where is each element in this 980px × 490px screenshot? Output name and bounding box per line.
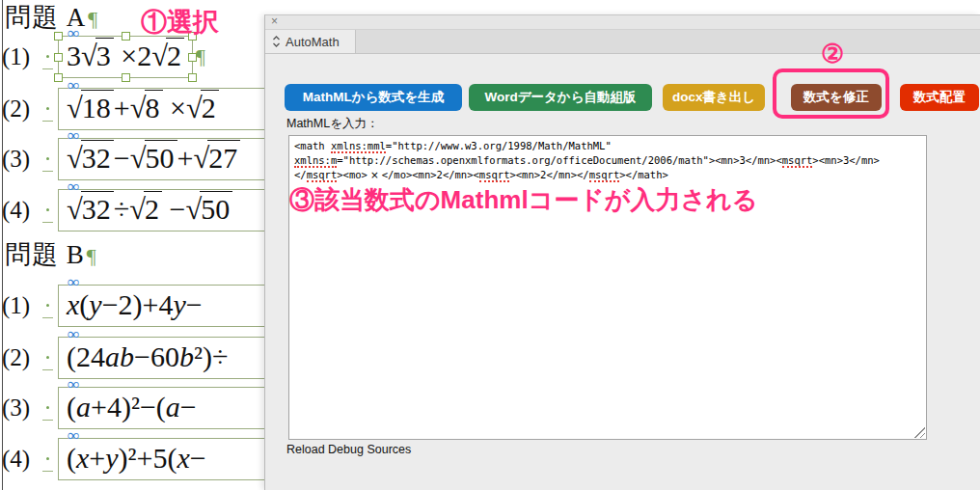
item-number: (3) [2, 146, 42, 173]
selection-handle[interactable] [188, 32, 197, 41]
equation-text: √32÷√2 −√50 [67, 193, 232, 227]
chain-link-icon: ∞ [68, 378, 79, 392]
pilcrow-mark: ¶ [87, 244, 97, 268]
mathml-input-label: MathMLを入力： [286, 116, 378, 132]
mathml-code-line: xmlns:m="http://schemas.openxmlformats.o… [294, 153, 921, 168]
chain-link-icon: ∞ [68, 429, 79, 443]
chain-link-icon: ∞ [68, 79, 79, 93]
screenshot-root: 問題 A¶(1)∞3√3 ×2√2¶(2)∞√18+√8 ×√2(3)∞√32−… [0, 0, 980, 490]
item-number: (2) [2, 95, 42, 122]
fix-equation-button[interactable]: 数式を修正 [791, 84, 882, 111]
equation-text: √32−√50+√27 [67, 142, 240, 176]
chain-link-icon: ∞ [68, 27, 79, 41]
space-mark [42, 95, 55, 123]
space-mark [42, 196, 55, 225]
reload-debug-sources-link[interactable]: Reload Debug Sources [286, 443, 411, 456]
equation-object[interactable]: ∞3√3 ×2√2 [58, 36, 193, 78]
selection-handle[interactable] [54, 32, 63, 41]
tab-automath[interactable]: AutoMath [265, 30, 356, 53]
tab-label: AutoMath [286, 35, 340, 49]
chain-link-icon: ∞ [68, 129, 79, 143]
equation-text: 3√3 ×2√2 [67, 40, 184, 73]
space-mark [42, 394, 55, 422]
equation-text: x(y−2)+4y− [67, 288, 203, 321]
collapse-toggle-icon[interactable] [272, 35, 281, 48]
space-mark [42, 291, 55, 320]
mathml-code-line: </msqrt><mo>×</mo><mn>2</mn><msqrt><mn>2… [294, 168, 921, 182]
panel-titlebar: × [265, 15, 980, 30]
item-number: (1) [2, 292, 42, 319]
auto-typeset-from-word-button[interactable]: Wordデータから自動組版 [469, 84, 652, 111]
mathml-textarea[interactable]: <math xmlns:mml="http://www.w3.org/1998/… [288, 135, 927, 440]
selection-handle[interactable] [188, 53, 197, 62]
chain-link-icon: ∞ [68, 180, 79, 194]
automath-panel: × AutoMath MathMLから数式を生成Wordデータから自動組版doc… [264, 14, 980, 490]
doc-heading: 問題 A¶ [5, 0, 98, 35]
chain-link-icon: ∞ [68, 328, 79, 341]
doc-heading: 問題 B¶ [5, 237, 97, 272]
space-mark [42, 343, 55, 372]
space-mark [42, 445, 55, 474]
resize-grip[interactable] [913, 426, 925, 438]
selection-handle[interactable] [122, 73, 130, 82]
item-number: (2) [2, 344, 42, 371]
equation-text: (x+y)²+5(x− [67, 442, 206, 475]
chain-link-icon: ∞ [68, 276, 79, 289]
mathml-code-line: <math xmlns:mml="http://www.w3.org/1998/… [294, 139, 921, 153]
equation-row: (1)∞3√3 ×2√2¶ [2, 35, 205, 79]
item-number: (4) [2, 446, 42, 473]
pilcrow-mark: ¶ [88, 7, 98, 31]
button-row: MathMLから数式を生成Wordデータから自動組版docx書き出し数式を修正数… [285, 84, 979, 111]
equation-text: (24ab−60b²)÷ [67, 340, 228, 373]
export-docx-button[interactable]: docx書き出し [663, 84, 765, 111]
equation-text: (a+4)²−(a− [67, 391, 197, 423]
tab-strip: AutoMath [265, 30, 980, 54]
equation-text: √18+√8 ×√2 [67, 92, 219, 125]
selection-handle[interactable] [54, 53, 63, 62]
close-icon[interactable]: × [271, 14, 278, 28]
selection-handle[interactable] [54, 73, 63, 82]
item-number: (4) [2, 197, 42, 224]
space-mark [42, 145, 55, 174]
place-equation-button[interactable]: 数式配置 [900, 84, 979, 111]
item-number: (3) [2, 395, 42, 422]
item-number: (1) [2, 43, 42, 70]
selection-handle[interactable] [188, 73, 197, 82]
selection-handle[interactable] [122, 32, 130, 41]
frame-end-mark: ¶ [196, 44, 205, 69]
generate-equation-from-mathml-button[interactable]: MathMLから数式を生成 [285, 84, 462, 111]
